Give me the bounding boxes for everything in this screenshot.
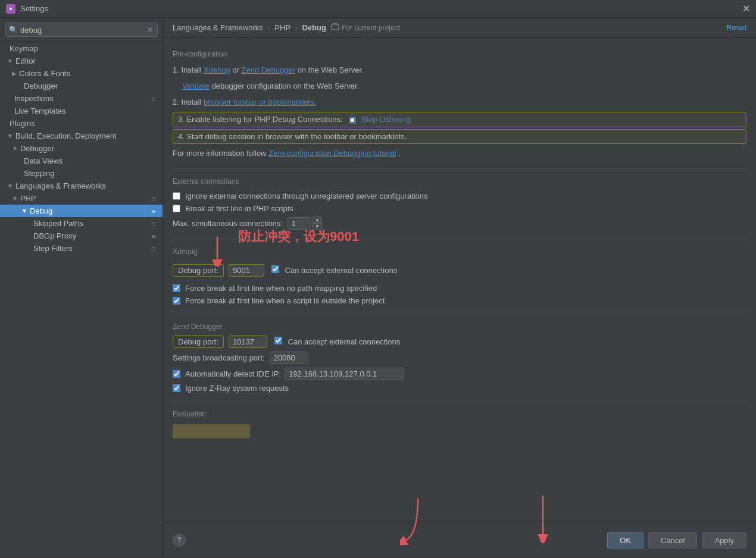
settings-badge: ≡ bbox=[149, 232, 158, 240]
zend-auto-detect-checkbox[interactable] bbox=[173, 370, 180, 378]
step2-text: 2. Install browser toolbar or bookmarkle… bbox=[173, 96, 746, 109]
arrow-icon: ▼ bbox=[12, 145, 18, 152]
xdebug-force-break1-label: Force break at first line when no path m… bbox=[185, 284, 377, 293]
evaluation-input-partial bbox=[173, 424, 250, 438]
sidebar-item-label: DBGp Proxy bbox=[33, 231, 76, 240]
more-info-text: For more information follow Zero-configu… bbox=[173, 148, 746, 160]
apply-button[interactable]: Apply bbox=[702, 532, 746, 548]
search-input[interactable] bbox=[20, 26, 146, 35]
spinner-down[interactable]: ▼ bbox=[313, 223, 322, 230]
max-simultaneous-spinner: ▲ ▼ bbox=[288, 217, 322, 230]
cancel-button[interactable]: Cancel bbox=[648, 532, 697, 548]
search-clear-icon[interactable]: ✕ bbox=[146, 25, 154, 35]
ignore-external-checkbox[interactable] bbox=[173, 192, 180, 200]
ignore-external-label: Ignore external connections through unre… bbox=[185, 192, 428, 200]
sidebar-item-label: Languages & Frameworks bbox=[15, 181, 106, 190]
settings-badge: ≡ bbox=[149, 195, 158, 203]
content-scroll-inner: Pre-configuration 1. Install Xdebug or Z… bbox=[173, 50, 746, 438]
sidebar-item-editor[interactable]: ▼ Editor bbox=[0, 55, 163, 67]
max-simultaneous-input[interactable] bbox=[288, 217, 311, 230]
step3-text: 3. Enable listening for PHP Debug Connec… bbox=[178, 115, 343, 124]
zend-can-accept-checkbox[interactable] bbox=[274, 337, 282, 344]
step1-or: or bbox=[232, 65, 241, 74]
validate-link[interactable]: Validate bbox=[182, 81, 210, 90]
divider-3 bbox=[173, 314, 746, 314]
evaluation-title: Evaluation bbox=[173, 410, 746, 418]
zend-debug-port-label: Debug port: bbox=[173, 336, 224, 348]
sidebar-item-keymap[interactable]: Keymap bbox=[0, 42, 163, 55]
sidebar-item-debugger-editor[interactable]: Debugger bbox=[0, 80, 163, 92]
zend-broadcast-label: Settings broadcasting port: bbox=[173, 353, 265, 362]
zend-broadcast-row: Settings broadcasting port: bbox=[173, 352, 746, 364]
settings-badge: ≡ bbox=[149, 207, 158, 215]
sidebar-item-colors-fonts[interactable]: ▶ Colors & Fonts bbox=[0, 67, 163, 80]
step3-box: 3. Enable listening for PHP Debug Connec… bbox=[173, 112, 746, 127]
help-button[interactable]: ? bbox=[173, 534, 186, 547]
search-input-wrap: 🔍 ✕ bbox=[5, 23, 158, 37]
reset-link[interactable]: Reset bbox=[726, 23, 746, 32]
zero-config-link[interactable]: Zero-configuration Debugging tutorial bbox=[268, 149, 396, 158]
sidebar-item-live-templates[interactable]: Live Templates bbox=[0, 105, 163, 117]
max-simultaneous-label: Max. simultaneous connections: bbox=[173, 219, 283, 228]
breadcrumb-sep2: › bbox=[295, 23, 299, 32]
bottom-bar: ? bbox=[163, 522, 756, 558]
breadcrumb-languages: Languages & Frameworks bbox=[173, 23, 263, 32]
spinner-up[interactable]: ▲ bbox=[313, 217, 322, 224]
close-button[interactable]: ✕ bbox=[742, 5, 750, 13]
sidebar-item-stepping[interactable]: Stepping bbox=[0, 167, 163, 180]
sidebar-item-debug[interactable]: ▼ Debug ≡ bbox=[0, 205, 163, 217]
zend-debug-port-input[interactable] bbox=[229, 336, 267, 348]
zend-debugger-link[interactable]: Zend Debugger bbox=[242, 65, 295, 74]
breadcrumb-debug: Debug bbox=[302, 23, 326, 32]
arrow-icon: ▶ bbox=[12, 70, 17, 77]
browser-toolbar-link[interactable]: browser toolbar or bookmarklets. bbox=[204, 98, 316, 106]
zend-debug-port-row: Debug port: Can accept external connecti… bbox=[173, 336, 746, 348]
sidebar-item-inspections[interactable]: Inspections ≡ bbox=[0, 92, 163, 105]
sidebar-item-php[interactable]: ▼ PHP ≡ bbox=[0, 192, 163, 205]
zend-can-accept-label: Can accept external connections bbox=[288, 337, 401, 346]
sidebar: 🔍 ✕ Keymap ▼ Editor ▶ Colors & Fonts De bbox=[0, 18, 163, 558]
xdebug-link[interactable]: Xdebug bbox=[204, 65, 230, 74]
xdebug-debug-port-input[interactable] bbox=[229, 264, 264, 277]
sidebar-item-label: PHP bbox=[20, 194, 36, 203]
xdebug-force-break2-checkbox[interactable] bbox=[173, 297, 180, 305]
xdebug-can-accept-label: Can accept external connections bbox=[285, 266, 398, 275]
sidebar-item-debugger-build[interactable]: ▼ Debugger bbox=[0, 142, 163, 155]
content-header: Languages & Frameworks › PHP › Debug For… bbox=[163, 18, 756, 38]
sidebar-item-label: Build, Execution, Deployment bbox=[15, 131, 117, 140]
breadcrumb-php: PHP bbox=[274, 23, 290, 32]
pre-config-title: Pre-configuration bbox=[173, 50, 746, 58]
breadcrumb: Languages & Frameworks › PHP › Debug bbox=[173, 23, 326, 32]
step4-text: 4. Start debug session in browser with t… bbox=[178, 132, 407, 141]
sidebar-item-label: Keymap bbox=[10, 44, 38, 53]
arrow-icon: ▼ bbox=[21, 208, 27, 214]
zend-broadcast-input[interactable] bbox=[270, 352, 308, 364]
project-text: For current project bbox=[342, 24, 400, 32]
sidebar-item-plugins[interactable]: Plugins bbox=[0, 117, 163, 130]
content-pane: Languages & Frameworks › PHP › Debug For… bbox=[163, 18, 756, 558]
sidebar-item-skipped-paths[interactable]: Skipped Paths ≡ bbox=[0, 217, 163, 230]
zend-auto-detect-input[interactable] bbox=[285, 368, 404, 380]
sidebar-item-label: Debug bbox=[30, 206, 52, 215]
evaluation-section: Evaluation bbox=[173, 410, 746, 438]
ignore-external-row: Ignore external connections through unre… bbox=[173, 192, 746, 200]
zend-auto-detect-label: Automatically detect IDE IP: bbox=[185, 369, 281, 378]
xdebug-force-break1-checkbox[interactable] bbox=[173, 284, 180, 292]
xdebug-section: Xdebug 防止冲突，设为9001 bbox=[173, 247, 746, 305]
break-first-line-checkbox[interactable] bbox=[173, 205, 180, 212]
sidebar-item-step-filters[interactable]: Step Filters ≡ bbox=[0, 242, 163, 255]
sidebar-item-data-views[interactable]: Data Views bbox=[0, 155, 163, 167]
zend-ignore-zray-checkbox[interactable] bbox=[173, 384, 180, 392]
xdebug-can-accept-checkbox[interactable] bbox=[271, 265, 279, 273]
sidebar-item-languages-frameworks[interactable]: ▼ Languages & Frameworks bbox=[0, 180, 163, 192]
sidebar-item-label: Stepping bbox=[24, 169, 54, 178]
stop-listening-link[interactable]: Stop Listening bbox=[361, 115, 410, 124]
step4-box: 4. Start debug session in browser with t… bbox=[173, 129, 746, 144]
xdebug-force-break2-row: Force break at first line when a script … bbox=[173, 296, 746, 305]
sidebar-item-dbgp-proxy[interactable]: DBGp Proxy ≡ bbox=[0, 230, 163, 242]
ok-button[interactable]: OK bbox=[607, 532, 643, 548]
break-first-line-label: Break at first line in PHP scripts bbox=[185, 204, 293, 213]
sidebar-item-build-execution-deployment[interactable]: ▼ Build, Execution, Deployment bbox=[0, 130, 163, 142]
arrow-icon: ▼ bbox=[7, 58, 13, 64]
sidebar-item-label: Step Filters bbox=[33, 244, 73, 253]
